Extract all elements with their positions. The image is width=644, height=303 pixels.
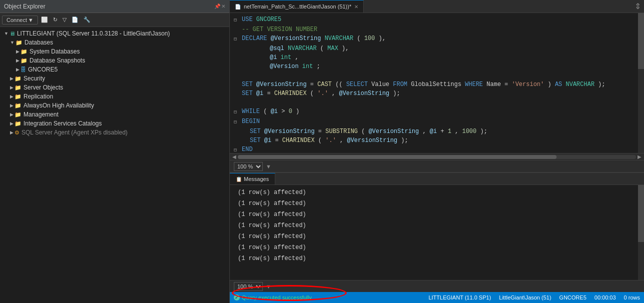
object-explorer-header: Object Explorer 📌 ✕ (0, 0, 229, 13)
security-label: Security (23, 75, 45, 82)
collapse-indicator-3[interactable]: ⊟ (234, 34, 240, 44)
result-row-6: (1 row(s) affected) (238, 242, 630, 253)
code-line-13: SET @VersionString = SUBSTRING ( @Versio… (230, 127, 638, 136)
collapse-indicator-12[interactable]: ⊟ (234, 117, 240, 127)
tree-item-replication[interactable]: ▶ 📁 Replication (0, 92, 229, 101)
zoom-select[interactable]: 100 % 75 % 150 % (234, 162, 263, 171)
messages-tab[interactable]: 📋 Messages (230, 173, 275, 184)
tree-item-server[interactable]: ▼ 🖥 LITTLEGIANT (SQL Server 11.0.3128 - … (0, 29, 229, 38)
collapse-indicator-1[interactable]: ⊟ (234, 15, 240, 25)
replication-expand-icon[interactable]: ▶ (10, 94, 13, 99)
tree-item-alwayson[interactable]: ▶ 📁 AlwaysOn High Availability (0, 101, 229, 110)
object-explorer-title: Object Explorer (4, 3, 45, 10)
collapse-indicator-11[interactable]: ⊟ (234, 107, 240, 117)
tree-item-server-objects[interactable]: ▶ 📁 Server Objects (0, 83, 229, 92)
tree-item-system-databases[interactable]: ▶ 📁 System Databases (0, 47, 229, 56)
h-scrollbar-thumb (238, 155, 557, 159)
databases-folder-icon: 📁 (15, 40, 22, 46)
line-ind-10 (234, 98, 240, 99)
line-ind-6 (234, 62, 240, 63)
tree-item-gncore5[interactable]: ▶ 🗄 GNCORE5 (0, 65, 229, 74)
databases-label: Databases (24, 39, 53, 46)
h-scrollbar[interactable]: ◀ ▶ (230, 153, 644, 160)
line-ind-5 (234, 53, 240, 54)
server-icon: 🖥 (9, 30, 15, 36)
results-vscrollbar[interactable] (638, 185, 644, 280)
code-editor[interactable]: ⊟ USE GNCORE5 -- GET VERSION NUMBER (230, 13, 638, 153)
db-snapshots-folder-icon: 📁 (20, 58, 27, 64)
system-dbs-expand-icon[interactable]: ▶ (16, 49, 19, 54)
collapse-indicator-15[interactable]: ⊟ (234, 145, 240, 153)
tree-item-management[interactable]: ▶ 📁 Management (0, 110, 229, 119)
tree-item-security[interactable]: ▶ 📁 Security (0, 74, 229, 83)
tree-item-db-snapshots[interactable]: ▶ 📁 Database Snapshots (0, 56, 229, 65)
management-label: Management (23, 111, 58, 118)
code-line-3: ⊟ DECLARE @VersionString NVARCHAR ( 100 … (230, 34, 638, 44)
line-ind-4 (234, 44, 240, 45)
gncore5-label: GNCORE5 (28, 66, 57, 73)
object-explorer-tree: ▼ 🖥 LITTLEGIANT (SQL Server 11.0.3128 - … (0, 27, 229, 303)
status-login: LittleGiant\Jason (51) (499, 294, 552, 300)
code-line-6: @Version int ; (230, 62, 638, 71)
tab-close-icon[interactable]: ✕ (354, 4, 358, 10)
properties-button[interactable]: 🔧 (81, 16, 92, 24)
sql-agent-expand-icon[interactable]: ▶ (10, 130, 13, 135)
line-ind-8 (234, 80, 240, 81)
pin-right-icon[interactable]: ⇕ (635, 2, 641, 11)
tree-item-sql-agent[interactable]: ▶ ⚙ SQL Server Agent (Agent XPs disabled… (0, 128, 229, 137)
server-objects-label: Server Objects (23, 84, 63, 91)
active-tab[interactable]: 📄 netTerrain_Patch_Sc...ttleGiant\Jason … (230, 0, 364, 12)
code-line-15: ⊟ END (230, 145, 638, 153)
code-line-9: SET @i = CHARINDEX ( '.' , @VersionStrin… (230, 89, 638, 98)
login-status-label: LittleGiant\Jason (51) (499, 294, 552, 300)
results-zoom-select[interactable]: 100 % (234, 282, 263, 291)
zoom-dropdown-icon[interactable]: ▼ (266, 164, 271, 170)
time-status-label: 00:00:03 (595, 294, 616, 300)
scroll-left-btn[interactable]: ◀ (231, 154, 238, 160)
scroll-right-btn[interactable]: ▶ (636, 154, 643, 160)
report-button[interactable]: 📄 (69, 16, 80, 24)
results-zoom-dropdown-icon[interactable]: ▼ (266, 284, 271, 290)
tree-item-integration-services[interactable]: ▶ 📁 Integration Services Catalogs (0, 119, 229, 128)
management-expand-icon[interactable]: ▶ (10, 112, 13, 117)
tree-item-databases[interactable]: ▼ 📁 Databases (0, 38, 229, 47)
alwayson-expand-icon[interactable]: ▶ (10, 103, 13, 108)
result-row-5: (1 row(s) affected) (238, 231, 630, 242)
connect-button[interactable]: Connect ▼ (2, 16, 38, 24)
result-row-2: (1 row(s) affected) (238, 198, 630, 209)
code-line-8: SET @VersionString = CAST (( SELECT Valu… (230, 80, 638, 89)
databases-collapse-icon[interactable]: ▼ (10, 40, 14, 45)
server-objects-expand-icon[interactable]: ▶ (10, 85, 13, 90)
integration-expand-icon[interactable]: ▶ (10, 121, 13, 126)
connect-dropdown-icon[interactable]: ▼ (28, 17, 33, 23)
success-icon: ✓ (234, 294, 240, 300)
db-snapshots-label: Database Snapshots (29, 57, 85, 64)
results-panel: 📋 Messages (1 row(s) affected) (1 row(s)… (230, 172, 644, 292)
security-expand-icon[interactable]: ▶ (10, 76, 13, 81)
server-objects-folder-icon: 📁 (14, 84, 21, 91)
tab-icon: 📄 (235, 4, 241, 10)
code-line-1: ⊟ USE GNCORE5 (230, 15, 638, 25)
refresh-button[interactable]: ↻ (51, 16, 59, 24)
code-line-5: @i int , (230, 53, 638, 62)
sql-agent-icon: ⚙ (14, 130, 19, 136)
pin-icon[interactable]: 📌 (214, 4, 220, 9)
code-line-12: ⊟ BEGIN (230, 117, 638, 127)
results-tabs: 📋 Messages (230, 173, 644, 185)
filter-button[interactable]: ▽ (60, 16, 68, 24)
server-collapse-icon[interactable]: ▼ (4, 31, 8, 36)
integration-label: Integration Services Catalogs (23, 120, 102, 127)
line-ind-14 (234, 136, 240, 137)
database-status-label: GNCORE5 (559, 294, 586, 300)
active-tab-label: netTerrain_Patch_Sc...ttleGiant\Jason (5… (244, 4, 351, 10)
close-panel-icon[interactable]: ✕ (221, 4, 225, 9)
alwayson-label: AlwaysOn High Availability (23, 102, 94, 109)
line-ind-13 (234, 127, 240, 128)
db-snapshots-expand-icon[interactable]: ▶ (16, 58, 19, 63)
right-panel: 📄 netTerrain_Patch_Sc...ttleGiant\Jason … (230, 0, 644, 303)
disconnect-button[interactable]: ⬜ (39, 16, 50, 24)
editor-vscrollbar[interactable] (638, 13, 644, 153)
server-status-label: LITTLEGIANT (11.0 SP1) (429, 294, 491, 300)
results-content[interactable]: (1 row(s) affected) (1 row(s) affected) … (230, 185, 638, 280)
gncore5-expand-icon[interactable]: ▶ (16, 67, 19, 72)
